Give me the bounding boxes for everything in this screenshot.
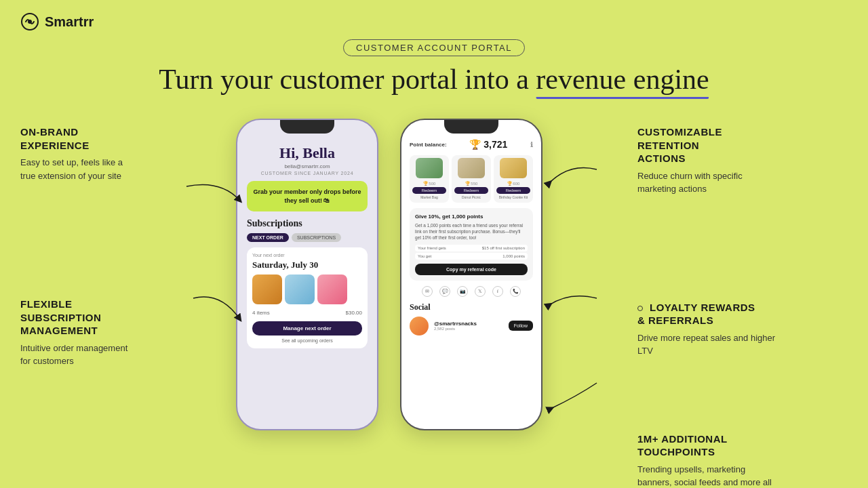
social-posts: 2,582 posts <box>434 327 477 331</box>
header: Smartrr <box>20 12 94 31</box>
reward-name-1: Market Bag <box>412 195 446 200</box>
phone-notch-left <box>280 120 334 134</box>
instagram-icon: 📷 <box>457 286 468 297</box>
friend-gets-value: $15 off first subscription <box>482 246 525 250</box>
phone-mockup-left: Hi, Bella bella@smartrr.com CUSTOMER SIN… <box>236 119 378 430</box>
feature-title-loyalty: LOYALTY REWARDS& REFERRALS <box>637 302 755 327</box>
reward-pts-3: 🏆 600 <box>496 181 530 186</box>
feature-title-on-brand: ON-BRANDEXPERIENCE <box>20 125 217 152</box>
reward-btn-2: Redeem <box>454 187 488 194</box>
feature-block-subscription: FLEXIBLESUBSCRIPTIONMANAGEMENT Intuitive… <box>20 298 217 368</box>
points-info-icon: ℹ <box>530 141 533 148</box>
referral-card: Give 10%, get 1,000 points Get a 1,000 p… <box>410 208 533 281</box>
headline-part1: Turn your customer portal into a <box>159 64 536 95</box>
headline-highlight: revenue engine <box>536 62 709 96</box>
arrow-touchpoints <box>542 369 604 417</box>
main-headline: Turn your customer portal into a revenue… <box>159 62 709 96</box>
feature-desc-loyalty: Drive more repeat sales and higherLTV <box>637 331 848 358</box>
social-info: @smartrrsnacks 2,582 posts <box>434 321 477 331</box>
feature-desc-touchpoints: Trending upsells, marketingbanners, soci… <box>637 463 848 489</box>
portal-badge: CUSTOMER ACCOUNT PORTAL <box>343 39 525 56</box>
feature-block-retention: CUSTOMIZABLERETENTIONACTIONS Reduce chur… <box>637 125 848 196</box>
food-image-3 <box>317 274 347 304</box>
feature-block-touchpoints: 1M+ ADDITIONALTOUCHPOINTS Trending upsel… <box>637 432 848 489</box>
referral-desc: Get a 1,000 points each time a friend us… <box>415 222 528 241</box>
feature-title-touchpoints: 1M+ ADDITIONALTOUCHPOINTS <box>637 432 848 459</box>
phone-tab-subscriptions: SUBSCRIPTIONS <box>292 233 341 242</box>
phone-content-right: Point balance: 🏆 3,721 ℹ 🏆 500 Redeem Ma… <box>401 134 541 341</box>
phone-cta-button: Grab your member only drops beforethey s… <box>247 181 368 211</box>
svg-point-1 <box>28 20 32 24</box>
you-get-value: 1,000 points <box>502 254 525 258</box>
email-icon: ✉ <box>422 286 433 297</box>
feature-block-on-brand: ON-BRANDEXPERIENCE Easy to set up, feels… <box>20 125 217 182</box>
phone-see-all: See all upcoming orders <box>252 338 362 343</box>
reward-image-3 <box>500 158 527 178</box>
friend-gets-label: Your friend gets <box>418 246 446 250</box>
phone-content-left: Hi, Bella bella@smartrr.com CUSTOMER SIN… <box>237 134 377 355</box>
phone-order-label: Your next order <box>252 253 362 258</box>
food-image-2 <box>285 274 315 304</box>
facebook-icon: f <box>492 286 503 297</box>
social-username: @smartrrsnacks <box>434 321 477 327</box>
phone-tab-next-order: NEXT ORDER <box>247 233 289 242</box>
whatsapp-icon: 📞 <box>510 286 521 297</box>
referral-rows: Your friend gets $15 off first subscript… <box>415 245 528 260</box>
you-get-label: You get <box>418 254 431 258</box>
feature-desc-subscription: Intuitive order managementfor customers <box>20 342 217 368</box>
phone-tabs: NEXT ORDER SUBSCRIPTIONS <box>247 233 368 242</box>
reward-image-2 <box>458 158 485 178</box>
arrow-loyalty <box>542 278 604 319</box>
phone-greeting: Hi, Bella <box>247 144 368 162</box>
chat-icon: 💬 <box>439 286 450 297</box>
feature-title-subscription: FLEXIBLESUBSCRIPTIONMANAGEMENT <box>20 298 217 338</box>
phone-order-price: $30.00 <box>346 310 362 316</box>
left-feature-panel: ON-BRANDEXPERIENCE Easy to set up, feels… <box>20 125 217 387</box>
copy-referral-button: Copy my referral code <box>415 264 528 275</box>
twitter-icon: 𝕏 <box>475 286 486 297</box>
phone-notch-right <box>444 120 498 134</box>
reward-btn-3: Redeem <box>496 187 530 194</box>
phone-manage-button: Manage next order <box>252 321 362 336</box>
phone-order-date: Saturday, July 30 <box>252 260 362 270</box>
social-follow-button: Follow <box>509 321 533 331</box>
logo-text: Smartrr <box>45 14 94 30</box>
phone-order-footer: 4 items $30.00 <box>252 310 362 316</box>
phone-order-card: Your next order Saturday, July 30 4 item… <box>247 247 368 348</box>
feature-title-retention: CUSTOMIZABLERETENTIONACTIONS <box>637 125 848 165</box>
phone-order-images <box>252 274 362 304</box>
social-section-title: Social <box>410 302 533 312</box>
phone-since: CUSTOMER SINCE JANUARY 2024 <box>247 171 368 176</box>
social-avatar <box>410 317 429 336</box>
points-bar: Point balance: 🏆 3,721 ℹ <box>410 139 533 150</box>
bullet-dot-loyalty <box>637 306 643 311</box>
phone-mockup-right: Point balance: 🏆 3,721 ℹ 🏆 500 Redeem Ma… <box>400 119 542 430</box>
phone-items-count: 4 items <box>252 310 270 316</box>
feature-block-loyalty: LOYALTY REWARDS& REFERRALS Drive more re… <box>637 301 848 358</box>
referral-row-you: You get 1,000 points <box>415 253 528 260</box>
social-profile-row: @smartrrsnacks 2,582 posts Follow <box>410 317 533 336</box>
reward-pts-1: 🏆 500 <box>412 181 446 186</box>
smartrr-logo-icon <box>20 12 39 31</box>
social-icons-row: ✉ 💬 📷 𝕏 f 📞 <box>410 286 533 297</box>
feature-desc-retention: Reduce churn with specificmarketing acti… <box>637 169 848 196</box>
reward-item-2: 🏆 550 Redeem Donut Picnic <box>452 155 491 203</box>
reward-pts-2: 🏆 550 <box>454 181 488 186</box>
reward-item-3: 🏆 600 Redeem Birthday Cookie Kit <box>494 155 533 203</box>
feature-desc-on-brand: Easy to set up, feels like atrue extensi… <box>20 156 217 182</box>
arrow-retention <box>542 156 604 197</box>
referral-row-friend: Your friend gets $15 off first subscript… <box>415 245 528 251</box>
reward-image-1 <box>416 158 443 178</box>
referral-title: Give 10%, get 1,000 points <box>415 214 528 220</box>
reward-btn-1: Redeem <box>412 187 446 194</box>
reward-item-1: 🏆 500 Redeem Market Bag <box>410 155 449 203</box>
phone-email: bella@smartrr.com <box>247 163 368 169</box>
phone-subscriptions-title: Subscriptions <box>247 218 368 229</box>
rewards-grid: 🏆 500 Redeem Market Bag 🏆 550 Redeem Don… <box>410 155 533 203</box>
points-label: Point balance: <box>410 142 447 148</box>
food-image-1 <box>252 274 282 304</box>
right-feature-panel: CUSTOMIZABLERETENTIONACTIONS Reduce chur… <box>637 125 848 488</box>
reward-name-2: Donut Picnic <box>454 195 488 200</box>
points-value: 🏆 3,721 <box>469 139 507 150</box>
reward-name-3: Birthday Cookie Kit <box>496 195 530 200</box>
